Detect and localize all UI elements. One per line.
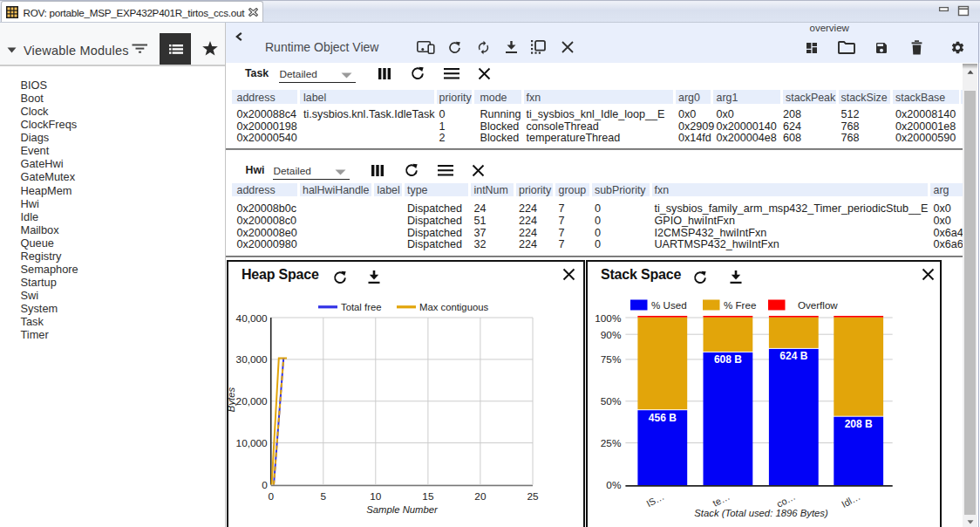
svg-text:10: 10 [370, 490, 382, 503]
svg-text:75%: 75% [601, 353, 622, 366]
svg-text:50%: 50% [601, 395, 622, 407]
svg-text:30,000: 30,000 [236, 353, 269, 366]
svg-text:Sample Number: Sample Number [366, 504, 439, 515]
svg-text:Stack (Total used: 1896 Bytes): Stack (Total used: 1896 Bytes) [694, 508, 828, 518]
svg-text:456 B: 456 B [649, 412, 677, 424]
svg-text:15: 15 [422, 490, 434, 503]
svg-text:25: 25 [527, 490, 539, 503]
svg-text:20,000: 20,000 [236, 395, 269, 407]
svg-text:Total free: Total free [341, 302, 381, 312]
svg-text:Bytes: Bytes [226, 387, 236, 413]
svg-text:208 B: 208 B [845, 418, 873, 430]
svg-text:0: 0 [262, 479, 268, 491]
svg-text:624 B: 624 B [779, 350, 807, 362]
svg-text:608 B: 608 B [714, 353, 742, 366]
svg-text:0: 0 [268, 490, 274, 503]
svg-text:% Free: % Free [724, 299, 756, 311]
svg-text:Idl…: Idl… [840, 491, 862, 510]
svg-text:20: 20 [474, 490, 487, 503]
svg-text:te…: te… [711, 491, 731, 509]
svg-text:100%: 100% [595, 312, 622, 325]
svg-text:% Used: % Used [651, 299, 687, 311]
svg-text:90%: 90% [601, 329, 622, 341]
svg-text:IS…: IS… [644, 491, 666, 510]
svg-text:co…: co… [775, 491, 798, 510]
svg-text:25%: 25% [601, 437, 622, 449]
svg-text:Overflow: Overflow [798, 299, 838, 311]
svg-text:5: 5 [321, 490, 327, 503]
svg-text:10,000: 10,000 [236, 437, 269, 449]
svg-text:40,000: 40,000 [236, 312, 269, 325]
svg-text:Max contiguous: Max contiguous [419, 302, 488, 312]
svg-text:0%: 0% [606, 479, 622, 491]
